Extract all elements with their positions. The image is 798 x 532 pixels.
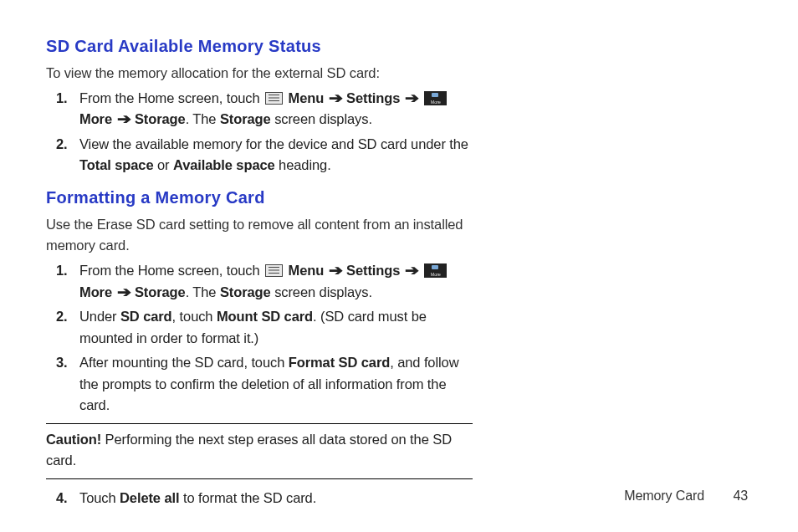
step-number: 2.	[56, 306, 68, 328]
available-space-label: Available space	[173, 157, 275, 172]
step-1: 1. From the Home screen, touch Menu ➔ Se…	[79, 88, 473, 130]
step-text: or	[153, 157, 172, 172]
step-text: . The	[186, 111, 220, 126]
settings-label: Settings	[346, 90, 400, 105]
menu-label: Menu	[289, 263, 325, 278]
page-content: SD Card Available Memory Status To view …	[46, 33, 473, 509]
page-footer: Memory Card 43	[624, 486, 748, 507]
step-text: Under	[79, 309, 120, 324]
mount-sd-label: Mount SD card	[217, 309, 313, 324]
caution-block: Caution! Performing the next step erases…	[46, 423, 473, 479]
step-text: screen displays.	[271, 284, 372, 299]
step-number: 3.	[56, 352, 68, 374]
step-number: 1.	[56, 260, 68, 282]
step-1: 1. From the Home screen, touch Menu ➔ Se…	[79, 260, 473, 303]
heading-sd-available: SD Card Available Memory Status	[46, 33, 473, 59]
step-text: screen displays.	[271, 111, 372, 126]
heading-formatting: Formatting a Memory Card	[46, 185, 473, 211]
storage-label: Storage	[135, 284, 186, 299]
menu-icon	[265, 264, 283, 277]
step-text: From the Home screen, touch	[79, 90, 263, 105]
intro-sd-available: To view the memory allocation for the ex…	[46, 63, 473, 84]
step-text: After mounting the SD card, touch	[79, 355, 289, 370]
step-text: to format the SD card.	[179, 490, 316, 505]
step-3: 3. After mounting the SD card, touch For…	[79, 352, 473, 417]
intro-formatting: Use the Erase SD card setting to remove …	[46, 214, 473, 257]
arrow-icon: ➔	[116, 282, 130, 304]
step-2: 2. Under SD card, touch Mount SD card. (…	[79, 306, 473, 349]
sd-card-label: SD card	[120, 309, 172, 324]
settings-label: Settings	[346, 263, 400, 278]
step-2: 2. View the available memory for the dev…	[79, 134, 473, 176]
step-number: 2.	[56, 134, 68, 156]
more-icon	[424, 263, 447, 278]
storage-label-2: Storage	[220, 284, 271, 299]
caution-text: Performing the next step erases all data…	[46, 432, 452, 468]
page-number: 43	[733, 489, 748, 503]
steps-formatting: 1. From the Home screen, touch Menu ➔ Se…	[46, 260, 473, 417]
step-text: heading.	[275, 157, 331, 172]
storage-label: Storage	[135, 111, 186, 126]
delete-all-label: Delete all	[120, 490, 179, 505]
more-icon	[424, 91, 447, 105]
steps-formatting-cont: 4. Touch Delete all to format the SD car…	[46, 488, 473, 509]
more-label: More	[79, 284, 112, 299]
step-text: , touch	[172, 309, 217, 324]
menu-icon	[265, 92, 283, 105]
total-space-label: Total space	[79, 157, 153, 172]
steps-sd-available: 1. From the Home screen, touch Menu ➔ Se…	[46, 88, 473, 176]
step-text: Touch	[79, 490, 120, 505]
format-sd-label: Format SD card	[289, 355, 390, 370]
arrow-icon: ➔	[116, 109, 130, 130]
arrow-icon: ➔	[328, 88, 342, 110]
menu-label: Menu	[289, 90, 325, 105]
arrow-icon: ➔	[404, 88, 418, 110]
arrow-icon: ➔	[404, 260, 418, 282]
step-text: View the available memory for the device…	[79, 136, 468, 151]
arrow-icon: ➔	[328, 260, 342, 282]
step-text: . The	[186, 284, 220, 299]
storage-label-2: Storage	[220, 111, 271, 126]
step-number: 4.	[56, 488, 68, 509]
step-number: 1.	[56, 88, 68, 110]
more-label: More	[79, 111, 112, 126]
footer-section: Memory Card	[624, 489, 704, 503]
step-text: From the Home screen, touch	[79, 263, 263, 278]
caution-label: Caution!	[46, 432, 101, 447]
step-4: 4. Touch Delete all to format the SD car…	[79, 488, 473, 509]
